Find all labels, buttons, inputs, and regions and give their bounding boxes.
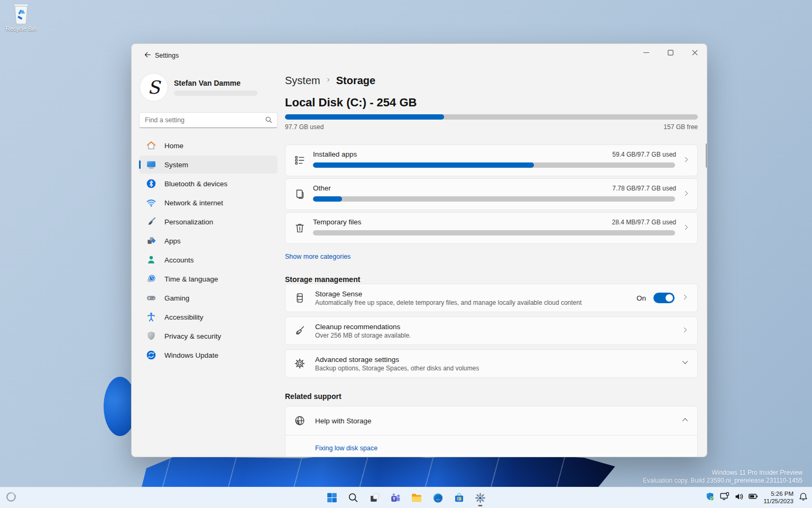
security-shield-icon[interactable]	[706, 492, 715, 503]
installed-apps-icon	[294, 155, 306, 168]
storage-sense-toggle[interactable]	[653, 293, 675, 303]
taskbar-clock[interactable]: 5:26 PM 11/25/2023	[763, 490, 793, 505]
category-temporary-files[interactable]: Temporary files 28.4 MB/97.7 GB used	[285, 212, 698, 244]
recycle-bin-shortcut[interactable]: Recycle Bin	[4, 3, 38, 32]
cleanup-recommendations-row[interactable]: Cleanup recommendations Over 256 MB of s…	[285, 316, 698, 345]
category-usage-bar	[313, 230, 675, 235]
accessibility-icon	[146, 312, 156, 322]
task-view-icon[interactable]	[368, 491, 381, 504]
tray-time: 5:26 PM	[763, 490, 793, 497]
tray-date: 11/25/2023	[763, 497, 793, 505]
breadcrumb-current: Storage	[336, 75, 375, 87]
battery-icon[interactable]	[749, 493, 758, 502]
avatar: S	[140, 74, 168, 101]
sidebar-item-apps[interactable]: Apps	[139, 232, 278, 250]
advanced-storage-settings-row[interactable]: Advanced storage settings Backup options…	[285, 349, 698, 378]
microsoft-store-icon[interactable]	[453, 491, 466, 504]
sidebar-item-accessibility[interactable]: Accessibility	[139, 308, 278, 326]
row-title: Cleanup recommendations	[315, 323, 672, 331]
sidebar-item-label: Apps	[164, 237, 181, 245]
teams-icon[interactable]	[389, 491, 402, 504]
help-card: Help with Storage Fixing low disk space	[285, 406, 698, 457]
system-icon	[146, 159, 156, 170]
other-files-icon	[294, 188, 306, 202]
taskbar-search-icon[interactable]	[347, 491, 360, 504]
sidebar-item-system[interactable]: System	[139, 156, 278, 174]
sidebar-item-windows-update[interactable]: Windows Update	[139, 346, 278, 364]
chevron-up-icon	[681, 416, 689, 425]
privacy-icon	[146, 331, 156, 341]
sidebar-item-accounts[interactable]: Accounts	[139, 251, 278, 269]
insider-watermark: Windows 11 Pro Insider Preview Evaluatio…	[643, 469, 802, 485]
sidebar-item-network-internet[interactable]: Network & internet	[139, 194, 278, 212]
settings-window: Settings S Stefan Van Damme	[131, 43, 707, 457]
help-with-storage-row[interactable]: Help with Storage	[285, 406, 697, 435]
personalization-icon	[146, 216, 156, 227]
edge-icon[interactable]	[431, 491, 445, 504]
category-usage: 7.78 GB/97.7 GB used	[612, 185, 676, 192]
time-language-icon	[146, 274, 156, 284]
sidebar-item-label: System	[164, 161, 188, 169]
windows-update-icon	[146, 350, 156, 360]
user-profile[interactable]: S Stefan Van Damme	[139, 72, 278, 101]
category-title: Installed apps	[313, 150, 357, 158]
category-title: Other	[313, 184, 331, 192]
chevron-right-icon	[683, 156, 690, 165]
chevron-right-icon	[682, 326, 689, 335]
sidebar-item-privacy-security[interactable]: Privacy & security	[139, 327, 278, 345]
sidebar-item-personalization[interactable]: Personalization	[139, 213, 278, 231]
speaker-icon[interactable]	[735, 493, 743, 503]
maximize-button[interactable]	[658, 44, 682, 61]
sidebar-item-label: Personalization	[164, 218, 213, 226]
sidebar-item-label: Time & language	[164, 275, 218, 283]
show-more-categories-link[interactable]: Show more categories	[285, 253, 350, 260]
row-subtitle: Over 256 MB of storage available.	[315, 332, 672, 339]
storage-sense-row[interactable]: Storage Sense Automatically free up spac…	[285, 284, 698, 312]
category-usage-bar	[313, 196, 675, 202]
sidebar-item-home[interactable]: Home	[139, 137, 278, 155]
chevron-down-icon	[681, 359, 689, 368]
help-globe-icon	[294, 415, 306, 427]
row-subtitle: Automatically free up space, delete temp…	[315, 299, 627, 306]
search-input[interactable]	[139, 112, 278, 128]
desktop: Recycle Bin Windows 11 Pro Insider Previ…	[0, 0, 812, 508]
bell-icon[interactable]	[799, 492, 808, 503]
file-explorer-icon[interactable]	[410, 491, 423, 504]
scrollbar-thumb[interactable]	[706, 143, 707, 168]
titlebar: Settings	[132, 44, 707, 67]
recycle-bin-label: Recycle Bin	[6, 25, 36, 32]
start-button[interactable]	[326, 491, 339, 504]
sidebar-item-label: Network & internet	[164, 199, 223, 207]
row-title: Advanced storage settings	[315, 356, 672, 364]
minimize-button[interactable]	[634, 44, 658, 61]
sidebar-item-label: Privacy & security	[164, 332, 221, 340]
sidebar-item-label: Windows Update	[164, 351, 218, 359]
trash-icon	[294, 222, 306, 236]
window-title: Settings	[155, 52, 179, 59]
close-icon	[692, 50, 698, 56]
system-tray: 5:26 PM 11/25/2023	[706, 488, 808, 507]
settings-gear-icon[interactable]	[474, 491, 487, 504]
sidebar-item-label: Accessibility	[164, 313, 204, 321]
sidebar-nav: Home System Bluetooth & devices	[139, 137, 278, 364]
category-installed-apps[interactable]: Installed apps 59.4 GB/97.7 GB used	[285, 144, 698, 176]
apps-icon	[146, 235, 156, 246]
sidebar-item-time-language[interactable]: Time & language	[139, 270, 278, 288]
storage-sense-icon	[294, 292, 306, 304]
close-button[interactable]	[682, 44, 707, 61]
sidebar-item-label: Accounts	[164, 256, 194, 264]
watermark-line1: Windows 11 Pro Insider Preview	[643, 469, 802, 477]
sidebar-item-label: Bluetooth & devices	[164, 180, 227, 188]
copilot-icon[interactable]	[5, 491, 17, 505]
monitor-icon[interactable]	[720, 492, 730, 503]
sidebar-item-bluetooth-devices[interactable]: Bluetooth & devices	[139, 175, 278, 193]
back-button[interactable]	[138, 48, 157, 63]
help-title: Help with Storage	[315, 417, 672, 425]
help-link-fixing-low-disk-space[interactable]: Fixing low disk space	[315, 444, 377, 452]
sidebar-item-gaming[interactable]: Gaming	[139, 289, 278, 307]
chevron-right-icon	[683, 189, 690, 199]
account-subtitle-skeleton	[174, 90, 257, 96]
category-usage: 59.4 GB/97.7 GB used	[612, 151, 676, 158]
category-other[interactable]: Other 7.78 GB/97.7 GB used	[285, 178, 698, 210]
breadcrumb-root[interactable]: System	[285, 75, 320, 87]
